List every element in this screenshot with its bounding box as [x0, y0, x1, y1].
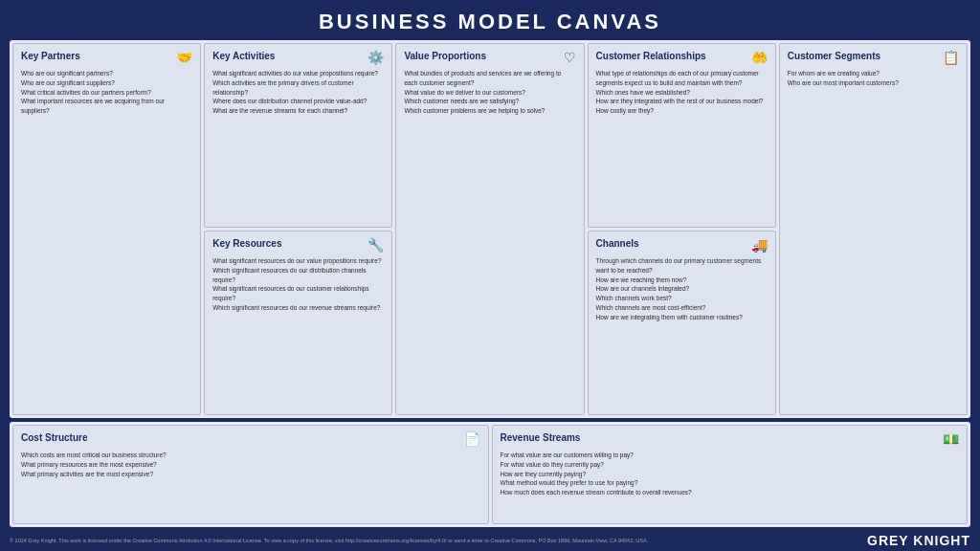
- page-title: BUSINESS MODEL CANVAS: [0, 0, 980, 40]
- cell-header-key-partners: Key Partners 🤝: [21, 50, 192, 65]
- cell-header-channels: Channels 🚚: [596, 237, 768, 253]
- cost-structure-body: Which costs are most critical our busine…: [21, 451, 480, 478]
- value-proportions-body: What bundles of products and services ar…: [404, 69, 575, 116]
- cell-header-key-resources: Key Resources 🔧: [212, 237, 384, 253]
- key-resources-body: What significant resources do our value …: [212, 256, 384, 313]
- cell-key-resources: Key Resources 🔧 What significant resourc…: [204, 231, 392, 415]
- cell-header-value-proportions: Value Proportions ♡: [404, 50, 575, 65]
- footer: © 2024 Grey Knight. This work is license…: [0, 531, 980, 551]
- cell-header-key-activities: Key Activities ⚙️: [212, 50, 384, 65]
- cell-header-revenue-streams: Revenue Streams 💵: [501, 431, 960, 447]
- channels-body: Through which channels do our primary cu…: [596, 256, 768, 321]
- cost-structure-title: Cost Structure: [21, 431, 87, 444]
- cell-key-partners: Key Partners 🤝 Who are our significant p…: [12, 43, 201, 415]
- footer-copyright: © 2024 Grey Knight. This work is license…: [10, 538, 848, 543]
- cell-header-cost-structure: Cost Structure 📄: [21, 431, 480, 447]
- customer-segments-icon: 📋: [943, 50, 959, 65]
- customer-relationships-body: What type of relationships do each of ou…: [596, 69, 768, 116]
- key-activities-title: Key Activities: [212, 50, 275, 62]
- key-partners-title: Key Partners: [21, 50, 80, 62]
- canvas-grid: Key Partners 🤝 Who are our significant p…: [10, 40, 970, 418]
- customer-segments-title: Customer Segments: [788, 50, 880, 62]
- customer-relationships-title: Customer Relationships: [596, 50, 706, 62]
- key-partners-body: Who are our significant partners? Who ar…: [21, 69, 192, 116]
- key-resources-title: Key Resources: [212, 237, 281, 250]
- cell-header-customer-relationships: Customer Relationships 🤲: [596, 50, 768, 65]
- cell-value-proportions: Value Proportions ♡ What bundles of prod…: [395, 43, 584, 415]
- customer-segments-body: For whom are we creating value? Who are …: [788, 69, 959, 88]
- value-proportions-title: Value Proportions: [404, 50, 486, 62]
- channels-title: Channels: [596, 237, 639, 250]
- cell-cost-structure: Cost Structure 📄 Which costs are most cr…: [12, 425, 489, 524]
- cell-header-customer-segments: Customer Segments 📋: [788, 50, 959, 65]
- revenue-streams-body: For what value are our customers willing…: [501, 451, 960, 497]
- footer-logo: GREY KNIGHT: [867, 533, 970, 548]
- key-activities-body: What significant activities do our value…: [212, 69, 384, 116]
- revenue-streams-title: Revenue Streams: [501, 431, 581, 444]
- revenue-streams-icon: 💵: [943, 431, 959, 447]
- cell-revenue-streams: Revenue Streams 💵 For what value are our…: [492, 425, 969, 524]
- cell-channels: Channels 🚚 Through which channels do our…: [588, 231, 776, 415]
- key-partners-icon: 🤝: [176, 50, 192, 65]
- cell-customer-segments: Customer Segments 📋 For whom are we crea…: [779, 43, 968, 415]
- value-proportions-icon: ♡: [564, 50, 576, 65]
- cell-customer-relationships: Customer Relationships 🤲 What type of re…: [588, 43, 776, 228]
- channels-icon: 🚚: [751, 237, 768, 253]
- key-activities-icon: ⚙️: [368, 50, 384, 65]
- bottom-grid: Cost Structure 📄 Which costs are most cr…: [10, 422, 970, 527]
- cost-structure-icon: 📄: [464, 431, 480, 447]
- key-resources-icon: 🔧: [368, 237, 384, 253]
- cell-key-activities: Key Activities ⚙️ What significant activ…: [204, 43, 392, 228]
- customer-relationships-icon: 🤲: [751, 50, 768, 65]
